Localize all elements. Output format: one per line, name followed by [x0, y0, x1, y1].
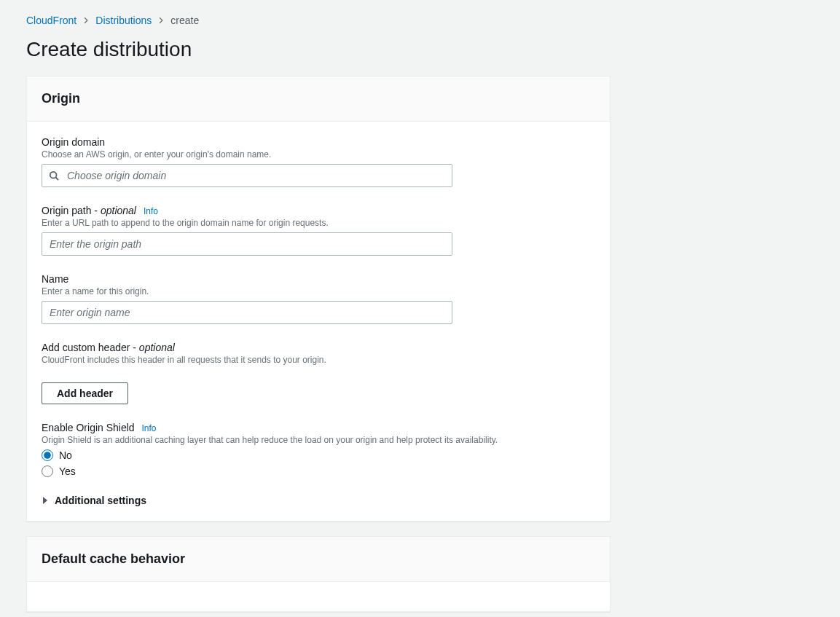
chevron-right-icon [82, 17, 90, 24]
origin-path-label-text: Origin path - [42, 205, 101, 216]
origin-domain-input[interactable] [42, 164, 452, 187]
breadcrumb-link-cloudfront[interactable]: CloudFront [26, 15, 76, 26]
origin-shield-info-link[interactable]: Info [142, 423, 157, 433]
origin-domain-field: Origin domain Choose an AWS origin, or e… [42, 136, 595, 187]
custom-header-label-text: Add custom header - [42, 342, 139, 353]
search-icon [49, 170, 59, 181]
origin-name-desc: Enter a name for this origin. [42, 286, 595, 296]
origin-shield-radio-no-label: No [59, 449, 72, 461]
add-header-button[interactable]: Add header [42, 382, 128, 404]
origin-path-desc: Enter a URL path to append to the origin… [42, 218, 595, 228]
origin-path-info-link[interactable]: Info [144, 206, 158, 216]
origin-name-input[interactable] [42, 301, 452, 324]
cache-behavior-panel: Default cache behavior [26, 536, 611, 612]
origin-shield-field: Enable Origin Shield Info Origin Shield … [42, 422, 595, 477]
caret-right-icon [42, 497, 49, 504]
origin-name-label: Name [42, 273, 595, 285]
origin-path-optional-text: optional [101, 205, 136, 216]
cache-behavior-panel-title: Default cache behavior [42, 551, 595, 567]
origin-shield-label: Enable Origin Shield Info [42, 422, 595, 433]
origin-shield-radio-no[interactable]: No [42, 449, 595, 461]
origin-shield-desc: Origin Shield is an additional caching l… [42, 435, 595, 445]
custom-header-optional-text: optional [139, 342, 175, 353]
breadcrumb-current: create [170, 15, 199, 26]
page-title: Create distribution [26, 38, 814, 61]
origin-shield-label-text: Enable Origin Shield [42, 422, 135, 433]
origin-shield-radio-yes-input[interactable] [42, 465, 53, 477]
origin-path-field: Origin path - optional Info Enter a URL … [42, 205, 595, 256]
origin-panel-header: Origin [27, 76, 610, 122]
origin-shield-radio-no-input[interactable] [42, 449, 53, 461]
origin-shield-radio-yes-label: Yes [59, 465, 76, 477]
breadcrumb-link-distributions[interactable]: Distributions [95, 15, 152, 26]
svg-point-0 [50, 172, 57, 178]
origin-path-input[interactable] [42, 232, 452, 256]
origin-shield-radio-yes[interactable]: Yes [42, 465, 595, 477]
origin-path-label: Origin path - optional Info [42, 205, 595, 216]
origin-panel-title: Origin [42, 91, 595, 106]
chevron-right-icon [157, 17, 165, 24]
additional-settings-label: Additional settings [55, 495, 146, 506]
custom-header-desc: CloudFront includes this header in all r… [42, 355, 595, 365]
origin-domain-label: Origin domain [42, 136, 595, 148]
origin-panel: Origin Origin domain Choose an AWS origi… [26, 76, 611, 522]
custom-header-label: Add custom header - optional [42, 342, 595, 353]
origin-domain-desc: Choose an AWS origin, or enter your orig… [42, 149, 595, 160]
custom-header-field: Add custom header - optional CloudFront … [42, 342, 595, 404]
breadcrumb: CloudFront Distributions create [26, 15, 814, 26]
cache-behavior-panel-header: Default cache behavior [27, 537, 610, 582]
additional-settings-toggle[interactable]: Additional settings [42, 495, 595, 506]
origin-name-field: Name Enter a name for this origin. [42, 273, 595, 324]
